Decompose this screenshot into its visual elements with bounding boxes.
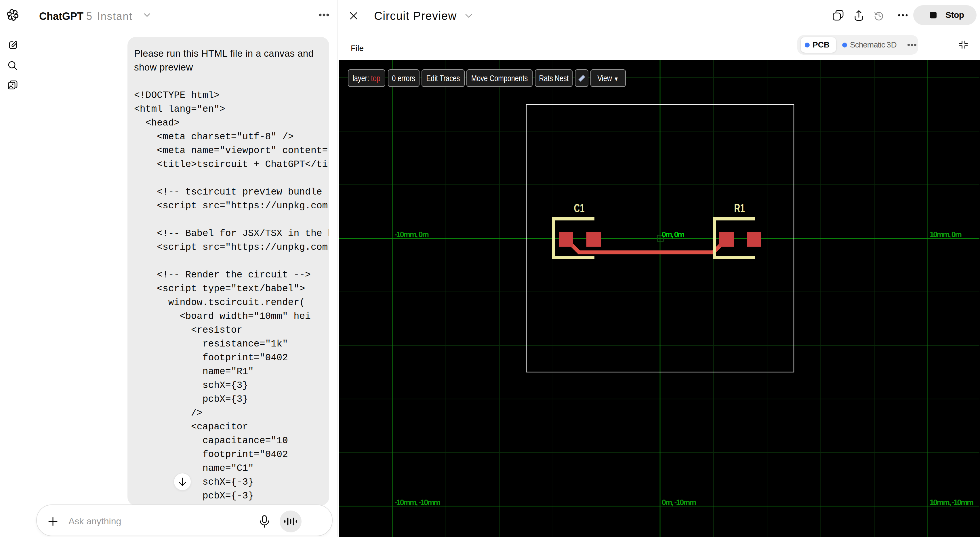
svg-text:0m, 0m: 0m, 0m	[662, 230, 684, 239]
svg-text:-10mm, -10mm: -10mm, -10mm	[395, 498, 441, 507]
svg-text:0m, -10mm: 0m, -10mm	[662, 498, 696, 507]
svg-text:R1: R1	[734, 202, 745, 214]
svg-text:10mm, -10mm: 10mm, -10mm	[930, 498, 974, 507]
svg-text:10mm, 0m: 10mm, 0m	[930, 230, 962, 239]
svg-text:C1: C1	[574, 202, 585, 214]
svg-text:-10mm, 0m: -10mm, 0m	[395, 230, 429, 239]
